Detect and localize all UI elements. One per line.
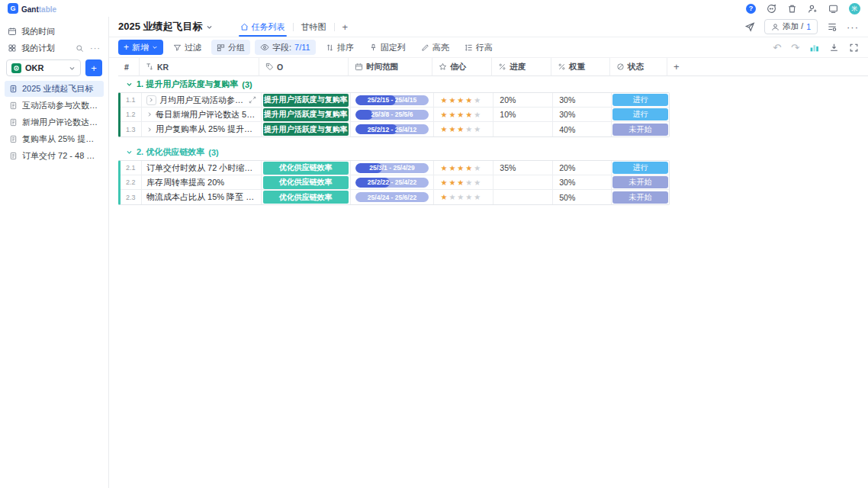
- invite-button[interactable]: 添加 / 1: [764, 19, 818, 34]
- invite-user-icon[interactable]: [808, 4, 818, 14]
- more-icon[interactable]: ···: [847, 21, 859, 33]
- undo-icon[interactable]: ↶: [773, 43, 781, 53]
- group-button[interactable]: 分组: [211, 40, 250, 55]
- add-view-tab-button[interactable]: +: [335, 21, 356, 33]
- sidebar-page-item[interactable]: 互动活动参与次数提升...: [5, 98, 104, 114]
- range-cell[interactable]: 25/2/12 - 25/4/12: [351, 122, 435, 136]
- device-icon[interactable]: [828, 4, 838, 14]
- more-icon[interactable]: ···: [90, 43, 101, 53]
- date-range-pill[interactable]: 25/3/1 - 25/4/29: [355, 163, 429, 173]
- row-height-button[interactable]: 行高: [459, 40, 498, 55]
- user-avatar[interactable]: 米: [849, 3, 860, 14]
- document-title[interactable]: 2025 业绩起飞目标: [118, 20, 213, 34]
- column-header-index[interactable]: #: [118, 58, 140, 76]
- sidebar-page-item[interactable]: 2025 业绩起飞目标: [5, 81, 104, 97]
- weight-cell[interactable]: 30%: [553, 108, 612, 121]
- column-header-o[interactable]: O: [259, 58, 349, 76]
- fullscreen-icon[interactable]: [849, 43, 859, 53]
- pin-columns-button[interactable]: 固定列: [364, 40, 411, 55]
- expand-row-icon[interactable]: [146, 111, 153, 117]
- o-cell[interactable]: 提升用户活跃度与复购率: [262, 122, 351, 136]
- kr-cell[interactable]: 物流成本占比从 15% 降至 12%: [142, 190, 262, 204]
- open-record-icon[interactable]: [249, 96, 256, 104]
- range-cell[interactable]: 25/3/8 - 25/5/6: [351, 108, 435, 121]
- workspace-select[interactable]: OKR: [6, 59, 81, 76]
- status-cell[interactable]: 进行: [612, 93, 669, 107]
- column-header-weight[interactable]: 权重: [551, 58, 610, 76]
- trash-icon[interactable]: [787, 4, 797, 14]
- status-badge[interactable]: 未开始: [612, 124, 668, 136]
- automation-icon[interactable]: [827, 21, 837, 32]
- status-badge[interactable]: 进行: [612, 94, 668, 106]
- date-range-pill[interactable]: 25/2/12 - 25/4/12: [355, 124, 429, 134]
- weight-cell[interactable]: 30%: [553, 175, 612, 189]
- confidence-cell[interactable]: ★★★★★: [434, 161, 493, 175]
- status-cell[interactable]: 未开始: [612, 122, 669, 136]
- status-cell[interactable]: 进行: [612, 161, 669, 175]
- kr-cell[interactable]: 订单交付时效从 72 小时缩短至 48 小时: [142, 161, 262, 175]
- confidence-cell[interactable]: ★★★★★: [434, 190, 493, 204]
- expand-row-icon[interactable]: [146, 95, 156, 105]
- status-badge[interactable]: 未开始: [612, 191, 668, 204]
- objective-badge[interactable]: 提升用户活跃度与复购率: [263, 108, 349, 121]
- column-header-progress[interactable]: 进度: [492, 58, 551, 76]
- download-icon[interactable]: [829, 43, 839, 53]
- sidebar-item-my-time[interactable]: 我的时间: [0, 23, 108, 40]
- kr-cell[interactable]: 每日新增用户评论数达 5000 条: [142, 108, 262, 121]
- objective-badge[interactable]: 优化供应链效率: [263, 162, 349, 175]
- range-cell[interactable]: 25/4/24 - 25/6/22: [351, 190, 435, 204]
- range-cell[interactable]: 25/2/15 - 25/4/15: [351, 93, 435, 107]
- kr-cell[interactable]: 用户复购率从 25% 提升至 35%: [142, 122, 262, 136]
- highlight-button[interactable]: 高亮: [416, 40, 455, 55]
- status-badge[interactable]: 进行: [612, 108, 668, 120]
- status-badge[interactable]: 未开始: [612, 176, 668, 188]
- status-cell[interactable]: 未开始: [612, 175, 669, 189]
- help-icon[interactable]: ?: [746, 4, 756, 14]
- date-range-pill[interactable]: 25/4/24 - 25/6/22: [355, 192, 429, 202]
- date-range-pill[interactable]: 25/2/22 - 25/4/22: [355, 178, 429, 188]
- confidence-cell[interactable]: ★★★★★: [434, 175, 493, 189]
- progress-cell[interactable]: [493, 190, 553, 204]
- date-range-pill[interactable]: 25/3/8 - 25/5/6: [355, 110, 429, 120]
- search-icon[interactable]: [76, 44, 84, 53]
- group-header[interactable]: 1. 提升用户活跃度与复购率(3): [118, 76, 868, 92]
- o-cell[interactable]: 优化供应链效率: [262, 190, 351, 204]
- redo-icon[interactable]: ↷: [791, 43, 799, 53]
- progress-cell[interactable]: 10%: [493, 108, 553, 121]
- progress-cell[interactable]: 20%: [493, 93, 553, 107]
- progress-cell[interactable]: [493, 122, 553, 136]
- o-cell[interactable]: 提升用户活跃度与复购率: [262, 108, 351, 121]
- progress-cell[interactable]: [493, 175, 553, 189]
- sidebar-page-item[interactable]: 订单交付 72 - 48 小时: [5, 148, 104, 164]
- column-header-status[interactable]: 状态: [610, 58, 667, 76]
- weight-cell[interactable]: 30%: [553, 93, 612, 107]
- objective-badge[interactable]: 优化供应链效率: [263, 191, 349, 204]
- app-logo[interactable]: G Ganttable: [8, 2, 56, 15]
- o-cell[interactable]: 优化供应链效率: [262, 175, 351, 189]
- add-column-button[interactable]: +: [667, 58, 698, 76]
- column-header-confidence[interactable]: 信心: [432, 58, 492, 76]
- sidebar-page-item[interactable]: 复购率从 25% 提升至 ...: [5, 131, 104, 147]
- objective-badge[interactable]: 提升用户活跃度与复购率: [263, 94, 349, 107]
- share-icon[interactable]: [744, 21, 755, 32]
- sort-button[interactable]: 排序: [320, 40, 359, 55]
- weight-cell[interactable]: 20%: [553, 161, 612, 175]
- kr-cell[interactable]: 月均用户互动活动参与次数...: [142, 93, 262, 107]
- column-header-kr[interactable]: KR: [140, 58, 259, 76]
- column-header-range[interactable]: 时间范围: [349, 58, 432, 76]
- o-cell[interactable]: 优化供应链效率: [262, 161, 351, 175]
- sidebar-page-item[interactable]: 新增用户评论数达 500...: [5, 114, 104, 130]
- sidebar-item-my-plans[interactable]: 我的计划 ···: [0, 40, 108, 56]
- add-page-button[interactable]: +: [85, 59, 102, 76]
- tab-gantt[interactable]: 甘特图: [294, 17, 334, 37]
- kr-cell[interactable]: 库存周转率提高 20%: [142, 175, 262, 189]
- status-badge[interactable]: 进行: [612, 162, 668, 174]
- expand-row-icon[interactable]: [146, 127, 153, 133]
- status-cell[interactable]: 进行: [612, 108, 669, 121]
- progress-cell[interactable]: 35%: [493, 161, 553, 175]
- confidence-cell[interactable]: ★★★★★: [434, 122, 493, 136]
- group-header[interactable]: 2. 优化供应链效率(3): [118, 144, 868, 160]
- status-cell[interactable]: 未开始: [612, 190, 669, 204]
- objective-badge[interactable]: 优化供应链效率: [263, 176, 349, 189]
- new-record-button[interactable]: + 新增: [118, 40, 163, 55]
